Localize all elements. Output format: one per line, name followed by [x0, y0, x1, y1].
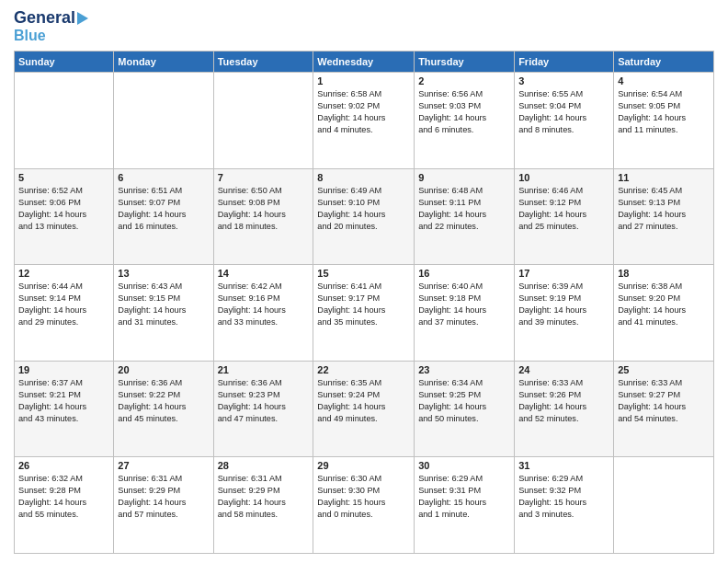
day-number: 29 [317, 460, 410, 471]
weekday-header-tuesday: Tuesday [213, 52, 313, 73]
week-row-0: 1Sunrise: 6:58 AM Sunset: 9:02 PM Daylig… [15, 73, 714, 169]
day-number: 18 [618, 268, 710, 279]
day-info: Sunrise: 6:55 AM Sunset: 9:04 PM Dayligh… [518, 88, 609, 136]
calendar-table: SundayMondayTuesdayWednesdayThursdayFrid… [14, 51, 714, 554]
day-cell-23: 23Sunrise: 6:34 AM Sunset: 9:25 PM Dayli… [415, 361, 515, 457]
day-number: 21 [218, 364, 310, 375]
day-cell-18: 18Sunrise: 6:38 AM Sunset: 9:20 PM Dayli… [614, 265, 714, 362]
day-cell-1: 1Sunrise: 6:58 AM Sunset: 9:02 PM Daylig… [313, 73, 415, 169]
day-number: 6 [118, 172, 209, 183]
day-cell-31: 31Sunrise: 6:29 AM Sunset: 9:32 PM Dayli… [515, 457, 614, 554]
day-cell-4: 4Sunrise: 6:54 AM Sunset: 9:05 PM Daylig… [614, 73, 714, 169]
day-number: 14 [218, 268, 310, 279]
weekday-header-saturday: Saturday [614, 52, 714, 73]
week-row-4: 26Sunrise: 6:32 AM Sunset: 9:28 PM Dayli… [15, 457, 714, 554]
day-info: Sunrise: 6:36 AM Sunset: 9:22 PM Dayligh… [118, 377, 209, 425]
day-cell-28: 28Sunrise: 6:31 AM Sunset: 9:29 PM Dayli… [213, 457, 313, 554]
day-cell-10: 10Sunrise: 6:46 AM Sunset: 9:12 PM Dayli… [515, 168, 614, 265]
day-info: Sunrise: 6:42 AM Sunset: 9:16 PM Dayligh… [218, 281, 310, 328]
day-number: 26 [18, 460, 109, 471]
day-info: Sunrise: 6:54 AM Sunset: 9:05 PM Dayligh… [618, 88, 710, 136]
empty-cell [213, 73, 313, 169]
day-number: 20 [118, 364, 209, 375]
day-number: 30 [418, 460, 510, 471]
day-cell-7: 7Sunrise: 6:50 AM Sunset: 9:08 PM Daylig… [213, 168, 313, 265]
day-info: Sunrise: 6:33 AM Sunset: 9:26 PM Dayligh… [518, 377, 609, 425]
weekday-header-friday: Friday [515, 52, 614, 73]
weekday-header-row: SundayMondayTuesdayWednesdayThursdayFrid… [15, 52, 714, 73]
day-info: Sunrise: 6:34 AM Sunset: 9:25 PM Dayligh… [418, 377, 510, 425]
day-number: 13 [118, 268, 209, 279]
day-info: Sunrise: 6:33 AM Sunset: 9:27 PM Dayligh… [618, 377, 710, 425]
day-number: 19 [18, 364, 109, 375]
day-info: Sunrise: 6:58 AM Sunset: 9:02 PM Dayligh… [317, 88, 410, 136]
week-row-3: 19Sunrise: 6:37 AM Sunset: 9:21 PM Dayli… [15, 361, 714, 457]
day-cell-24: 24Sunrise: 6:33 AM Sunset: 9:26 PM Dayli… [515, 361, 614, 457]
day-number: 15 [317, 268, 410, 279]
weekday-header-monday: Monday [114, 52, 213, 73]
day-cell-6: 6Sunrise: 6:51 AM Sunset: 9:07 PM Daylig… [114, 168, 213, 265]
day-number: 10 [518, 172, 609, 183]
day-number: 11 [618, 172, 710, 183]
day-number: 7 [218, 172, 310, 183]
day-cell-21: 21Sunrise: 6:36 AM Sunset: 9:23 PM Dayli… [213, 361, 313, 457]
day-info: Sunrise: 6:43 AM Sunset: 9:15 PM Dayligh… [118, 281, 209, 328]
weekday-header-thursday: Thursday [415, 52, 515, 73]
day-info: Sunrise: 6:37 AM Sunset: 9:21 PM Dayligh… [18, 377, 109, 425]
day-number: 3 [518, 75, 609, 86]
day-info: Sunrise: 6:38 AM Sunset: 9:20 PM Dayligh… [618, 281, 710, 328]
day-info: Sunrise: 6:45 AM Sunset: 9:13 PM Dayligh… [618, 185, 710, 233]
day-cell-5: 5Sunrise: 6:52 AM Sunset: 9:06 PM Daylig… [15, 168, 114, 265]
day-info: Sunrise: 6:29 AM Sunset: 9:32 PM Dayligh… [518, 473, 609, 521]
day-cell-25: 25Sunrise: 6:33 AM Sunset: 9:27 PM Dayli… [614, 361, 714, 457]
calendar-page: General Blue SundayMondayTuesdayWednesda… [0, 0, 728, 563]
day-number: 23 [418, 364, 510, 375]
day-cell-17: 17Sunrise: 6:39 AM Sunset: 9:19 PM Dayli… [515, 265, 614, 362]
day-cell-16: 16Sunrise: 6:40 AM Sunset: 9:18 PM Dayli… [415, 265, 515, 362]
day-number: 16 [418, 268, 510, 279]
day-number: 1 [317, 75, 410, 86]
day-info: Sunrise: 6:44 AM Sunset: 9:14 PM Dayligh… [18, 281, 109, 328]
weekday-header-wednesday: Wednesday [313, 52, 415, 73]
day-info: Sunrise: 6:31 AM Sunset: 9:29 PM Dayligh… [118, 473, 209, 521]
day-number: 9 [418, 172, 510, 183]
day-info: Sunrise: 6:56 AM Sunset: 9:03 PM Dayligh… [418, 88, 510, 136]
empty-cell [15, 73, 114, 169]
day-number: 31 [518, 460, 609, 471]
day-cell-22: 22Sunrise: 6:35 AM Sunset: 9:24 PM Dayli… [313, 361, 415, 457]
day-number: 8 [317, 172, 410, 183]
week-row-1: 5Sunrise: 6:52 AM Sunset: 9:06 PM Daylig… [15, 168, 714, 265]
logo-text: General [14, 9, 75, 28]
day-cell-8: 8Sunrise: 6:49 AM Sunset: 9:10 PM Daylig… [313, 168, 415, 265]
day-number: 22 [317, 364, 410, 375]
day-info: Sunrise: 6:35 AM Sunset: 9:24 PM Dayligh… [317, 377, 410, 425]
day-number: 2 [418, 75, 510, 86]
logo: General Blue [14, 9, 88, 43]
day-cell-27: 27Sunrise: 6:31 AM Sunset: 9:29 PM Dayli… [114, 457, 213, 554]
week-row-2: 12Sunrise: 6:44 AM Sunset: 9:14 PM Dayli… [15, 265, 714, 362]
day-cell-9: 9Sunrise: 6:48 AM Sunset: 9:11 PM Daylig… [415, 168, 515, 265]
day-number: 27 [118, 460, 209, 471]
day-cell-15: 15Sunrise: 6:41 AM Sunset: 9:17 PM Dayli… [313, 265, 415, 362]
day-number: 4 [618, 75, 710, 86]
day-number: 12 [18, 268, 109, 279]
day-info: Sunrise: 6:36 AM Sunset: 9:23 PM Dayligh… [218, 377, 310, 425]
day-cell-11: 11Sunrise: 6:45 AM Sunset: 9:13 PM Dayli… [614, 168, 714, 265]
day-cell-12: 12Sunrise: 6:44 AM Sunset: 9:14 PM Dayli… [15, 265, 114, 362]
weekday-header-sunday: Sunday [15, 52, 114, 73]
day-cell-2: 2Sunrise: 6:56 AM Sunset: 9:03 PM Daylig… [415, 73, 515, 169]
day-info: Sunrise: 6:49 AM Sunset: 9:10 PM Dayligh… [317, 185, 410, 233]
day-info: Sunrise: 6:29 AM Sunset: 9:31 PM Dayligh… [418, 473, 510, 521]
logo-blue-text: Blue [14, 28, 46, 44]
day-info: Sunrise: 6:32 AM Sunset: 9:28 PM Dayligh… [18, 473, 109, 521]
day-number: 28 [218, 460, 310, 471]
empty-cell [614, 457, 714, 554]
day-info: Sunrise: 6:48 AM Sunset: 9:11 PM Dayligh… [418, 185, 510, 233]
day-cell-14: 14Sunrise: 6:42 AM Sunset: 9:16 PM Dayli… [213, 265, 313, 362]
page-header: General Blue [14, 9, 714, 43]
day-info: Sunrise: 6:31 AM Sunset: 9:29 PM Dayligh… [218, 473, 310, 521]
day-number: 25 [618, 364, 710, 375]
day-cell-29: 29Sunrise: 6:30 AM Sunset: 9:30 PM Dayli… [313, 457, 415, 554]
day-info: Sunrise: 6:30 AM Sunset: 9:30 PM Dayligh… [317, 473, 410, 521]
day-cell-20: 20Sunrise: 6:36 AM Sunset: 9:22 PM Dayli… [114, 361, 213, 457]
